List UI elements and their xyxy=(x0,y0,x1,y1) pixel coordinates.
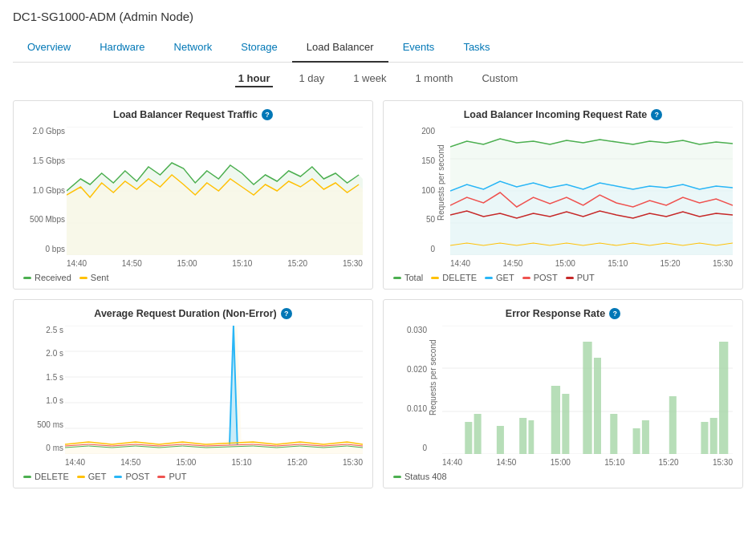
svg-rect-34 xyxy=(594,358,601,454)
chart-traffic-legend: Received Sent xyxy=(23,273,363,282)
chart-incoming-legend: Total DELETE GET POST PUT xyxy=(393,273,733,282)
y-tick: 100 xyxy=(421,186,435,195)
svg-rect-37 xyxy=(642,420,649,454)
y-tick: 1.5 s xyxy=(46,373,63,382)
tab-hardware[interactable]: Hardware xyxy=(85,33,159,63)
tab-bar: Overview Hardware Network Storage Load B… xyxy=(13,33,743,63)
y-tick: 2.5 s xyxy=(46,326,63,334)
svg-rect-29 xyxy=(519,418,526,454)
x-tick: 14:50 xyxy=(122,259,142,268)
x-tick: 15:30 xyxy=(713,458,733,467)
chart-duration: Average Request Duration (Non-Error) ? 2… xyxy=(13,299,373,488)
y-tick: 150 xyxy=(421,156,435,165)
svg-rect-40 xyxy=(710,418,717,454)
y-tick: 0.010 xyxy=(407,404,427,413)
y-tick: 0.020 xyxy=(407,365,427,374)
svg-rect-39 xyxy=(701,422,708,454)
svg-rect-35 xyxy=(610,414,617,454)
svg-rect-30 xyxy=(528,420,534,454)
chart-duration-title: Average Request Duration (Non-Error) ? xyxy=(23,308,363,319)
svg-rect-26 xyxy=(465,422,472,454)
info-icon-traffic[interactable]: ? xyxy=(262,109,273,120)
chart-error-title: Error Response Rate ? xyxy=(393,308,733,319)
y-tick: 2.0 Gbps xyxy=(32,127,65,136)
svg-rect-31 xyxy=(551,386,560,454)
tab-network[interactable]: Network xyxy=(160,33,227,63)
time-btn-1day[interactable]: 1 day xyxy=(295,71,327,87)
x-tick: 15:30 xyxy=(343,259,363,268)
x-tick: 15:20 xyxy=(659,458,679,467)
y-tick: 50 xyxy=(426,215,435,224)
x-tick: 15:10 xyxy=(232,259,252,268)
charts-grid: Load Balancer Request Traffic ? 2.0 Gbps… xyxy=(13,100,743,488)
x-tick: 14:50 xyxy=(496,458,516,467)
chart-traffic-title: Load Balancer Request Traffic ? xyxy=(23,109,363,120)
chart-error-svg xyxy=(442,326,733,454)
y-axis-label-error: Requests per second xyxy=(429,326,437,430)
x-tick: 15:10 xyxy=(604,458,624,467)
time-btn-1week[interactable]: 1 week xyxy=(350,71,389,87)
time-btn-1month[interactable]: 1 month xyxy=(412,71,456,87)
info-icon-incoming[interactable]: ? xyxy=(651,109,662,120)
tab-overview[interactable]: Overview xyxy=(13,33,85,63)
y-tick: 0 xyxy=(430,245,435,253)
chart-error: Error Response Rate ? 0.030 0.020 0.010 … xyxy=(383,299,743,488)
chart-duration-svg xyxy=(65,326,363,454)
time-btn-1hour[interactable]: 1 hour xyxy=(235,71,274,87)
time-bar: 1 hour 1 day 1 week 1 month Custom xyxy=(13,63,743,95)
y-tick: 1.0 Gbps xyxy=(32,186,65,195)
svg-rect-38 xyxy=(669,396,677,454)
svg-rect-33 xyxy=(583,342,591,454)
chart-traffic-svg xyxy=(67,127,363,255)
y-tick: 500 ms xyxy=(37,420,63,429)
svg-rect-36 xyxy=(633,428,640,454)
x-tick: 15:00 xyxy=(177,259,197,268)
y-tick: 1.5 Gbps xyxy=(32,156,65,165)
x-tick: 15:20 xyxy=(287,259,307,268)
x-tick: 14:50 xyxy=(120,458,140,467)
y-axis-label-incoming: Requests per second xyxy=(437,127,445,239)
svg-marker-20 xyxy=(65,326,363,454)
chart-incoming-svg xyxy=(450,127,733,255)
tab-load-balancer[interactable]: Load Balancer xyxy=(292,33,388,63)
x-tick: 15:20 xyxy=(287,458,307,467)
tab-tasks[interactable]: Tasks xyxy=(449,33,504,63)
svg-rect-27 xyxy=(474,414,482,454)
info-icon-duration[interactable]: ? xyxy=(281,308,292,319)
chart-error-legend: Status 408 xyxy=(393,472,733,481)
chart-traffic: Load Balancer Request Traffic ? 2.0 Gbps… xyxy=(13,100,373,290)
x-tick: 15:00 xyxy=(555,259,575,268)
chart-incoming-title: Load Balancer Incoming Request Rate ? xyxy=(393,109,733,120)
y-tick: 500 Mbps xyxy=(30,215,65,224)
svg-rect-32 xyxy=(562,394,569,454)
x-tick: 15:00 xyxy=(176,458,196,467)
x-tick: 15:10 xyxy=(232,458,252,467)
x-tick: 14:40 xyxy=(450,259,470,268)
x-tick: 15:30 xyxy=(713,259,733,268)
y-tick: 0 bps xyxy=(46,245,65,253)
tab-events[interactable]: Events xyxy=(388,33,449,63)
x-tick: 15:00 xyxy=(551,458,571,467)
info-icon-error[interactable]: ? xyxy=(609,308,620,319)
chart-duration-legend: DELETE GET POST PUT xyxy=(23,472,363,481)
time-btn-custom[interactable]: Custom xyxy=(478,71,521,87)
y-tick: 2.0 s xyxy=(46,349,63,358)
y-tick: 0 xyxy=(422,444,427,452)
y-tick: 1.0 s xyxy=(46,396,63,405)
y-tick: 0 ms xyxy=(46,444,63,452)
y-tick: 200 xyxy=(421,127,435,136)
y-tick: 0.030 xyxy=(407,326,427,334)
x-tick: 14:40 xyxy=(65,458,85,467)
page-title: DC1-SG1000-ADM (Admin Node) xyxy=(13,10,743,23)
x-tick: 15:30 xyxy=(343,458,363,467)
chart-incoming: Load Balancer Incoming Request Rate ? 20… xyxy=(383,100,743,290)
x-tick: 14:50 xyxy=(502,259,522,268)
x-tick: 15:10 xyxy=(608,259,628,268)
tab-storage[interactable]: Storage xyxy=(226,33,292,63)
svg-rect-41 xyxy=(719,342,728,454)
x-tick: 15:20 xyxy=(660,259,681,268)
svg-rect-28 xyxy=(497,426,504,454)
x-tick: 14:40 xyxy=(442,458,462,467)
x-tick: 14:40 xyxy=(67,259,87,268)
